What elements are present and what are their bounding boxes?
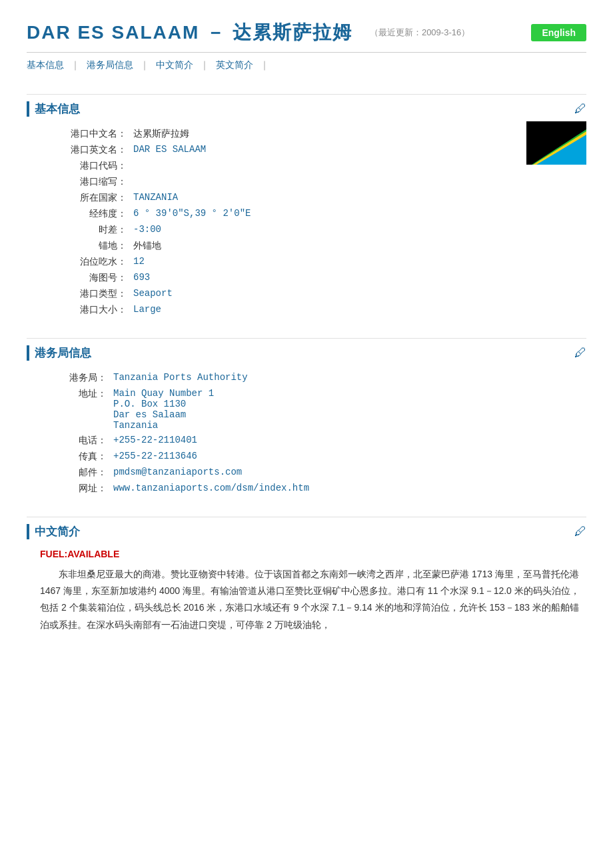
label-english-name: 港口英文名：	[40, 144, 127, 156]
label-port-code: 港口代码：	[40, 160, 127, 172]
field-english-name: 港口英文名： DAR ES SALAAM	[40, 142, 586, 158]
label-chinese-name: 港口中文名：	[40, 128, 127, 140]
value-authority-phone: +255-22-2110401	[113, 435, 197, 445]
label-port-abbr: 港口缩写：	[40, 176, 127, 188]
port-authority-content: 港务局： Tanzania Ports Authority 地址： Main Q…	[67, 370, 586, 497]
value-authority-name: Tanzania Ports Authority	[113, 372, 248, 383]
value-chinese-name: 达累斯萨拉姆	[133, 128, 189, 140]
field-port-size: 港口大小： Large	[40, 302, 586, 318]
chinese-intro-title: 中文简介	[27, 524, 80, 539]
label-anchor: 锚地：	[40, 240, 127, 252]
nav-sep-4: ｜	[260, 59, 269, 71]
basic-info-header: 基本信息 🖊	[27, 101, 586, 117]
value-time-diff: -3:00	[133, 224, 161, 235]
chinese-intro-header: 中文简介 🖊	[27, 524, 586, 539]
label-coordinates: 经纬度：	[40, 208, 127, 220]
port-authority-title: 港务局信息	[27, 345, 91, 361]
label-authority-website: 网址：	[67, 483, 107, 495]
label-authority-address: 地址：	[67, 388, 107, 400]
value-chart: 693	[133, 272, 150, 283]
label-time-diff: 时差：	[40, 224, 127, 236]
value-english-name: DAR ES SALAAM	[133, 144, 206, 155]
port-authority-section: 港务局信息 🖊 港务局： Tanzania Ports Authority 地址…	[27, 338, 586, 497]
chinese-intro-section: 中文简介 🖊 FUEL:AVAILABLE 东非坦桑尼亚最大的商港。赞比亚物资中…	[27, 517, 586, 633]
address-line-4: Tanzania	[113, 420, 214, 431]
value-authority-email: pmdsm@tanzaniaports.com	[113, 467, 242, 477]
nav-port-authority[interactable]: 港务局信息	[87, 59, 133, 71]
update-date: （最近更新：2009-3-16）	[370, 27, 470, 39]
nav-chinese-intro[interactable]: 中文简介	[156, 59, 193, 71]
field-authority-phone: 电话： +255-22-2110401	[67, 433, 586, 449]
basic-info-section: 基本信息 🖊 港口中文名： 达累斯萨拉姆 港口英文名： DAR ES SALAA…	[27, 94, 586, 318]
field-draft: 泊位吃水： 12	[40, 254, 586, 270]
value-draft: 12	[133, 256, 145, 267]
label-port-size: 港口大小：	[40, 304, 127, 316]
fuel-label: FUEL:AVAILABLE	[40, 549, 586, 559]
field-coordinates: 经纬度： 6 ° 39'0″S,39 ° 2'0″E	[40, 206, 586, 222]
field-authority-website: 网址： www.tanzaniaports.com/dsm/index.htm	[67, 481, 586, 497]
port-authority-header: 港务局信息 🖊	[27, 345, 586, 361]
label-chart: 海图号：	[40, 272, 127, 284]
basic-info-edit-icon[interactable]: 🖊	[574, 102, 586, 116]
value-country: TANZANIA	[133, 192, 178, 203]
chinese-intro-edit-icon[interactable]: 🖊	[574, 525, 586, 539]
value-port-type: Seaport	[133, 288, 173, 299]
address-line-2: P.O. Box 1130	[113, 399, 214, 409]
nav-basic-info[interactable]: 基本信息	[27, 59, 64, 71]
label-port-type: 港口类型：	[40, 288, 127, 300]
english-button[interactable]: English	[531, 24, 586, 41]
address-line-1: Main Quay Number 1	[113, 388, 214, 399]
field-authority-address: 地址： Main Quay Number 1 P.O. Box 1130 Dar…	[67, 386, 586, 433]
field-time-diff: 时差： -3:00	[40, 222, 586, 238]
value-port-size: Large	[133, 304, 161, 315]
chinese-intro-content: FUEL:AVAILABLE 东非坦桑尼亚最大的商港。赞比亚物资中转港。位于该国…	[27, 549, 586, 633]
field-authority-email: 邮件： pmdsm@tanzaniaports.com	[67, 465, 586, 481]
nav-sep-2: ｜	[140, 59, 149, 71]
field-port-code: 港口代码：	[40, 158, 586, 174]
basic-info-fields: 港口中文名： 达累斯萨拉姆 港口英文名： DAR ES SALAAM 港口代码：…	[27, 126, 586, 318]
field-chinese-name: 港口中文名： 达累斯萨拉姆	[40, 126, 586, 142]
nav-sep-3: ｜	[200, 59, 209, 71]
address-block: Main Quay Number 1 P.O. Box 1130 Dar es …	[113, 388, 214, 431]
field-chart: 海图号： 693	[40, 270, 586, 286]
label-authority-email: 邮件：	[67, 467, 107, 479]
value-authority-fax: +255-22-2113646	[113, 451, 197, 461]
country-flag	[526, 121, 586, 165]
field-port-abbr: 港口缩写：	[40, 174, 586, 190]
label-authority-phone: 电话：	[67, 435, 107, 447]
label-authority-fax: 传真：	[67, 451, 107, 463]
value-authority-website: www.tanzaniaports.com/dsm/index.htm	[113, 483, 309, 493]
field-port-type: 港口类型： Seaport	[40, 286, 586, 302]
nav-sep-1: ｜	[71, 59, 80, 71]
field-country: 所在国家： TANZANIA	[40, 190, 586, 206]
page-header: DAR ES SALAAM － 达累斯萨拉姆 （最近更新：2009-3-16） …	[27, 0, 586, 52]
label-country: 所在国家：	[40, 192, 127, 204]
value-coordinates: 6 ° 39'0″S,39 ° 2'0″E	[133, 208, 251, 219]
nav-bar: 基本信息 ｜ 港务局信息 ｜ 中文简介 ｜ 英文简介 ｜	[27, 52, 586, 78]
label-authority-name: 港务局：	[67, 372, 107, 384]
nav-english-intro[interactable]: 英文简介	[216, 59, 253, 71]
label-draft: 泊位吃水：	[40, 256, 127, 268]
value-anchor: 外锚地	[133, 240, 161, 252]
port-authority-edit-icon[interactable]: 🖊	[574, 346, 586, 360]
field-anchor: 锚地： 外锚地	[40, 238, 586, 254]
basic-info-title: 基本信息	[27, 101, 80, 117]
page-title: DAR ES SALAAM － 达累斯萨拉姆	[27, 20, 352, 45]
chinese-intro-text: 东非坦桑尼亚最大的商港。赞比亚物资中转港。位于该国首都之东南郊一峡湾之西岸，北至…	[40, 566, 586, 633]
field-authority-name: 港务局： Tanzania Ports Authority	[67, 370, 586, 386]
address-line-3: Dar es Salaam	[113, 409, 214, 420]
field-authority-fax: 传真： +255-22-2113646	[67, 449, 586, 465]
